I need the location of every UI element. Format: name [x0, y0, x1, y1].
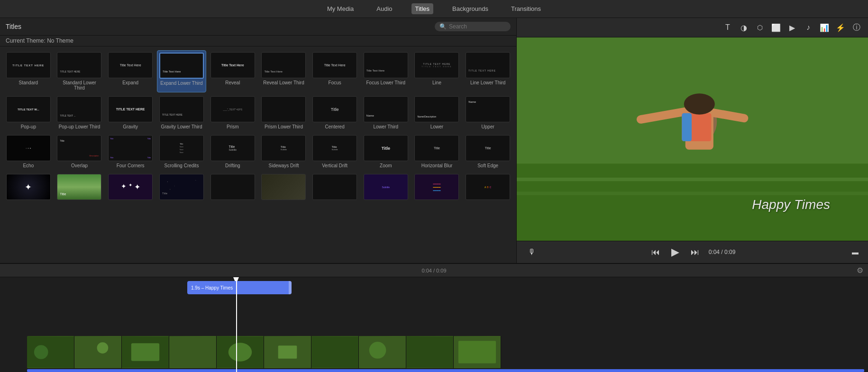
title-item-gravity-lower-third[interactable]: TITLE TEXT HERE Gravity Lower Third — [157, 94, 206, 131]
video-frame-2 — [74, 336, 122, 368]
titles-browser-panel: Titles 🔍 Current Theme: No Theme TITLE T… — [0, 18, 517, 263]
title-item-echo[interactable]: ■ ■ ■ Echo — [4, 133, 53, 170]
title-label-horizontal-blur: Horizontal Blur — [421, 163, 453, 168]
palette-icon[interactable]: ⬡ — [753, 21, 767, 34]
nav-audio[interactable]: Audio — [373, 3, 396, 14]
title-item-sideways-drift[interactable]: Title Subtitle Sideways Drift — [259, 133, 309, 170]
nav-titles[interactable]: Titles — [411, 3, 434, 14]
title-item-expand-lower-third[interactable]: Title Text Here Expand Lower Third — [157, 50, 206, 92]
title-item-blank[interactable] — [310, 172, 359, 204]
title-thumb-soft-edge: Title — [466, 135, 510, 161]
svg-point-19 — [228, 343, 252, 362]
preview-panel: T ◑ ⬡ ⬜ ▶ ♪ 📊 ⚡ ⓘ — [517, 18, 868, 263]
timeline-options: ⚙ — [857, 266, 863, 275]
title-item-zoom[interactable]: Title Zoom — [361, 133, 411, 170]
title-item-line-lower-third[interactable]: TITLE TEXT HERE Line Lower Third — [463, 50, 512, 92]
nav-backgrounds[interactable]: Backgrounds — [448, 3, 492, 14]
titles-grid-container[interactable]: TITLE TEXT HERE Standard TITLE TEXT HERE… — [0, 46, 516, 263]
title-thumb-standard-lower-third: TITLE TEXT HERE — [57, 52, 101, 78]
title-item-reveal[interactable]: Title Text Here Reveal — [208, 50, 257, 92]
svg-rect-13 — [74, 336, 121, 368]
title-item-sparkle[interactable]: ✦ ✦ ✦ — [106, 172, 155, 204]
audio-eq-icon[interactable]: ♪ — [802, 21, 815, 34]
title-item-scrolling-credits[interactable]: Title Name Name Name Scrolling Credits — [157, 133, 206, 170]
chart-icon[interactable]: 📊 — [818, 21, 831, 34]
title-item-centered[interactable]: Title Centered — [310, 94, 359, 131]
title-thumb-blue-bubble: Subtitle — [364, 174, 408, 200]
search-input[interactable] — [449, 23, 506, 30]
title-item-grunge[interactable] — [208, 172, 257, 204]
title-item-four-corners[interactable]: Title Title Title Title Four Corners — [106, 133, 155, 170]
nav-my-media[interactable]: My Media — [323, 3, 357, 14]
title-item-overlap[interactable]: Title Description Overlap — [55, 133, 104, 170]
title-item-blue-bubble[interactable]: Subtitle — [361, 172, 411, 204]
title-item-popup-lower-third[interactable]: TITLE TEXT ... Pop-up Lower Third — [55, 94, 104, 131]
video-frame-1 — [27, 336, 74, 368]
title-item-multi-color[interactable]: A B C — [463, 172, 512, 204]
title-item-prism[interactable]: ___"_TEXT"=EPS Prism — [208, 94, 257, 131]
color-wheel-icon[interactable]: ◑ — [737, 21, 750, 34]
forward-button[interactable]: ⏭ — [689, 245, 701, 259]
title-item-popup[interactable]: TITLE TEXT W... Pop-up — [4, 94, 53, 131]
title-item-focus[interactable]: Title Text Here Focus — [310, 50, 359, 92]
title-item-expand[interactable]: Title Text Here Expand — [106, 50, 155, 92]
title-label-popup-lower-third: Pop-up Lower Third — [59, 124, 101, 129]
toolbar: T ◑ ⬡ ⬜ ▶ ♪ 📊 ⚡ ⓘ — [517, 18, 868, 37]
title-label-popup: Pop-up — [21, 124, 36, 129]
title-label-expand-lower-third: Expand Lower Third — [160, 81, 202, 86]
title-thumb-texture — [261, 174, 306, 200]
title-item-vertical-drift[interactable]: Title Subtitle Vertical Drift — [310, 133, 359, 170]
title-item-texture[interactable] — [259, 172, 309, 204]
text-format-icon[interactable]: T — [721, 21, 734, 34]
title-thumb-focus-lower-third: Title Text Here — [364, 52, 408, 78]
title-item-standard-lower-third[interactable]: TITLE TEXT HERE Standard Lower Third — [55, 50, 104, 92]
title-item-star[interactable]: ✦ — [4, 172, 53, 204]
title-item-upper[interactable]: Name Upper — [463, 94, 512, 131]
nav-transitions[interactable]: Transitions — [507, 3, 545, 14]
title-thumb-echo: ■ ■ ■ — [6, 135, 51, 161]
title-item-line[interactable]: TITLE TEXT HERE TITLE TEXT HERE Line — [412, 50, 462, 92]
title-thumb-upper: Name — [466, 96, 510, 122]
mic-button[interactable]: 🎙 — [526, 246, 538, 258]
svg-rect-10 — [517, 191, 868, 195]
title-item-standard[interactable]: TITLE TEXT HERE Standard — [4, 50, 53, 92]
volume-slider[interactable]: ▬ — [852, 248, 859, 256]
title-item-horizontal-blur[interactable]: Title Horizontal Blur — [412, 133, 462, 170]
rewind-button[interactable]: ⏮ — [649, 245, 662, 259]
title-item-nature[interactable]: Title — [55, 172, 104, 204]
title-label-drifting: Drifting — [225, 163, 240, 168]
title-clip[interactable]: 1.9s – Happy Times — [187, 281, 292, 294]
search-box[interactable]: 🔍 — [435, 22, 511, 31]
title-thumb-overlap: Title Description — [57, 135, 101, 161]
title-label-four-corners: Four Corners — [117, 163, 145, 168]
title-item-particles[interactable]: · · · · Title — [157, 172, 206, 204]
title-thumb-expand: Title Text Here — [108, 52, 153, 78]
title-thumb-particles: · · · · Title — [159, 174, 204, 200]
title-item-prism-lower-third[interactable]: Prism Lower Third — [259, 94, 309, 131]
title-item-gravity[interactable]: TITLE TEXT HERE Gravity — [106, 94, 155, 131]
info-icon[interactable]: ⓘ — [850, 21, 863, 34]
settings-icon[interactable]: ⚙ — [857, 266, 863, 274]
title-item-drifting[interactable]: Title Subtitle Drifting — [208, 133, 257, 170]
search-icon: 🔍 — [439, 23, 447, 30]
speed-icon[interactable]: ⚡ — [834, 21, 847, 34]
title-thumb-zoom: Title — [364, 135, 408, 161]
title-thumb-lower: Name/Description — [414, 96, 459, 122]
title-clip-right-handle[interactable] — [289, 281, 292, 294]
preview-title-text: Happy Times — [752, 197, 830, 212]
title-item-lower[interactable]: Name/Description Lower — [412, 94, 462, 131]
video-frame-10 — [454, 336, 501, 368]
crop-icon[interactable]: ⬜ — [769, 21, 783, 34]
title-item-focus-lower-third[interactable]: Title Text Here Focus Lower Third — [361, 50, 411, 92]
play-pause-button[interactable]: ▶ — [669, 244, 681, 260]
title-label-reveal: Reveal — [225, 80, 240, 85]
title-item-reveal-lower-third[interactable]: Title Text Here Reveal Lower Third — [259, 50, 309, 92]
title-thumb-colorful: ▬▬▬▬ ▬▬▬▬ ▬▬▬▬ — [414, 174, 459, 200]
title-item-soft-edge[interactable]: Title Soft Edge — [463, 133, 512, 170]
title-item-lower-third[interactable]: Name Lower Third — [361, 94, 411, 131]
main-area: Titles 🔍 Current Theme: No Theme TITLE T… — [0, 18, 868, 263]
video-track — [27, 336, 864, 368]
playhead — [236, 277, 237, 372]
title-item-colorful[interactable]: ▬▬▬▬ ▬▬▬▬ ▬▬▬▬ — [412, 172, 462, 204]
camera-video-icon[interactable]: ▶ — [786, 21, 799, 34]
